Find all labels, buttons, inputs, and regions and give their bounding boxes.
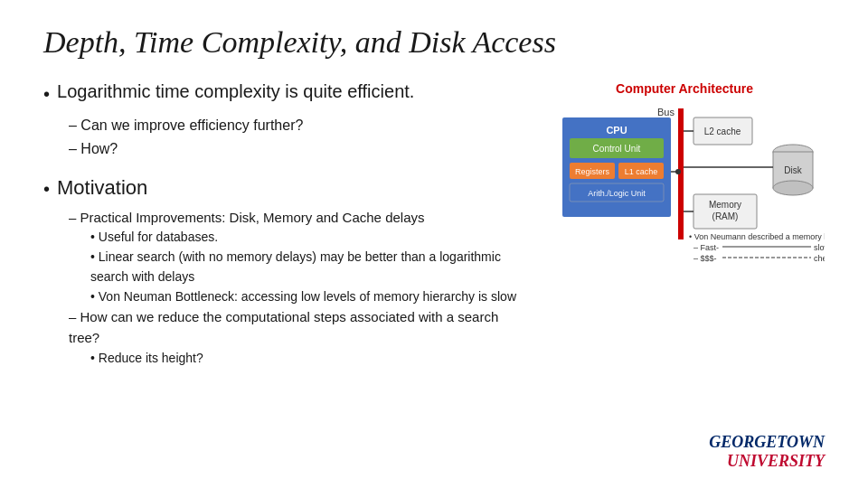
university-text: UNIVERSITY [709, 452, 825, 472]
bullet2-sub1-item3: Von Neuman Bottleneck: accessing low lev… [90, 287, 526, 307]
svg-text:slow: slow [814, 243, 825, 252]
left-content: • Logarithmic time complexity is quite e… [43, 81, 526, 368]
svg-text:L2 cache: L2 cache [704, 127, 741, 136]
bullet1-main: • Logarithmic time complexity is quite e… [43, 81, 526, 107]
content-area: • Logarithmic time complexity is quite e… [43, 81, 825, 368]
georgetown-logo: GEORGETOWN UNIVERSITY [709, 433, 825, 472]
svg-point-13 [675, 169, 681, 174]
bullet1-sub1: Can we improve efficiency further? [69, 114, 526, 137]
bullet2-main: • Motivation [43, 176, 526, 202]
svg-text:Memory: Memory [709, 200, 741, 210]
bullet2-sub2-item1: Reduce its height? [90, 349, 526, 369]
bullet2-dot: • [43, 176, 50, 202]
diagram-title: Computer Architecture [544, 81, 825, 96]
svg-text:• Von Neumann described a memo: • Von Neumann described a memory hierarc… [689, 232, 825, 241]
svg-text:Arith./Logic Unit: Arith./Logic Unit [588, 189, 646, 198]
bullet2-sub1-item2: Linear search (with no memory delays) ma… [90, 248, 526, 286]
svg-text:(RAM): (RAM) [712, 211, 739, 221]
svg-text:Registers: Registers [575, 167, 610, 176]
georgetown-text: GEORGETOWN [709, 433, 825, 453]
architecture-diagram: Bus CPU Control Unit Registers L1 cache … [544, 99, 825, 280]
bullet2-sub2: How can we reduce the computational step… [69, 306, 526, 349]
bullet1-text: Logarithmic time complexity is quite eff… [57, 81, 414, 102]
bullet1-sub2: How? [69, 137, 526, 161]
svg-text:– $$$-: – $$$- [693, 254, 717, 263]
svg-point-19 [773, 181, 813, 195]
bullet2-text: Motivation [57, 176, 147, 200]
svg-text:Disk: Disk [784, 165, 802, 175]
svg-text:Control Unit: Control Unit [593, 144, 641, 154]
svg-text:– Fast-: – Fast- [693, 243, 719, 252]
svg-text:Bus: Bus [657, 107, 675, 117]
svg-text:CPU: CPU [606, 125, 627, 136]
bullet2-sub1-item1: Useful for databases. [90, 228, 526, 248]
right-diagram: Computer Architecture Bus CPU Control Un… [544, 81, 825, 368]
bullet2-sub1: Practical Improvements: Disk, Memory and… [69, 207, 526, 228]
motivation-section: • Motivation Practical Improvements: Dis… [43, 176, 526, 368]
svg-text:L1 cache: L1 cache [625, 167, 658, 176]
slide: Depth, Time Complexity, and Disk Access … [0, 0, 868, 488]
svg-text:cheap: cheap [814, 254, 825, 263]
slide-title: Depth, Time Complexity, and Disk Access [43, 25, 825, 60]
bullet1-dot: • [43, 81, 50, 107]
